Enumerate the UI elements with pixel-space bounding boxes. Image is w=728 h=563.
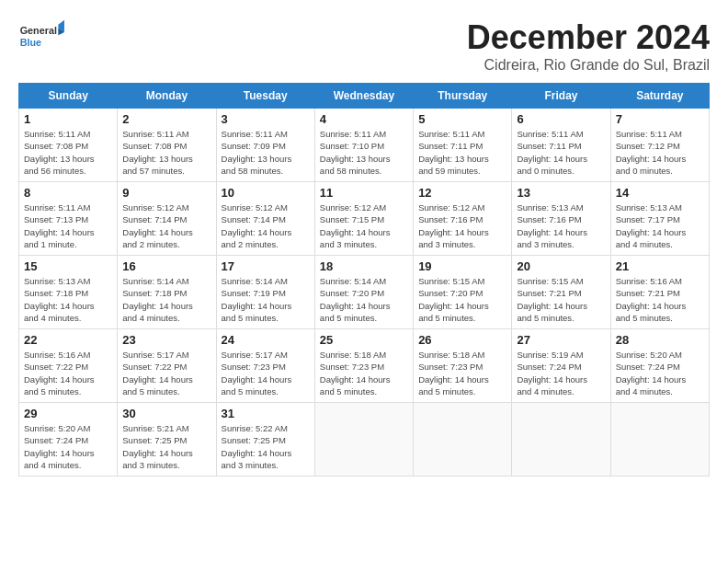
table-row: 18Sunrise: 5:14 AMSunset: 7:20 PMDayligh…	[314, 256, 413, 329]
day-header-wednesday: Wednesday	[314, 84, 413, 109]
day-header-friday: Friday	[512, 84, 610, 109]
title-section: December 2024 Cidreira, Rio Grande do Su…	[467, 18, 710, 74]
day-header-sunday: Sunday	[19, 84, 118, 109]
table-row: 14Sunrise: 5:13 AMSunset: 7:17 PMDayligh…	[610, 182, 709, 256]
table-row: 19Sunrise: 5:15 AMSunset: 7:20 PMDayligh…	[414, 256, 512, 329]
table-row: 25Sunrise: 5:18 AMSunset: 7:23 PMDayligh…	[314, 329, 413, 403]
table-row: 9Sunrise: 5:12 AMSunset: 7:14 PMDaylight…	[118, 182, 216, 256]
calendar-week-1: 8Sunrise: 5:11 AMSunset: 7:13 PMDaylight…	[19, 182, 710, 256]
calendar-week-3: 22Sunrise: 5:16 AMSunset: 7:22 PMDayligh…	[19, 329, 710, 403]
table-row: 5Sunrise: 5:11 AMSunset: 7:11 PMDaylight…	[414, 109, 512, 182]
calendar-week-4: 29Sunrise: 5:20 AMSunset: 7:24 PMDayligh…	[19, 403, 710, 477]
table-row	[414, 403, 512, 477]
table-row: 23Sunrise: 5:17 AMSunset: 7:22 PMDayligh…	[118, 329, 216, 403]
table-row: 30Sunrise: 5:21 AMSunset: 7:25 PMDayligh…	[118, 403, 216, 477]
calendar-table: SundayMondayTuesdayWednesdayThursdayFrid…	[18, 83, 710, 477]
page-header: General Blue December 2024 Cidreira, Rio…	[18, 18, 710, 74]
table-row: 1Sunrise: 5:11 AMSunset: 7:08 PMDaylight…	[19, 109, 118, 182]
calendar-week-2: 15Sunrise: 5:13 AMSunset: 7:18 PMDayligh…	[19, 256, 710, 329]
table-row: 3Sunrise: 5:11 AMSunset: 7:09 PMDaylight…	[216, 109, 314, 182]
day-header-saturday: Saturday	[610, 84, 709, 109]
header-row: SundayMondayTuesdayWednesdayThursdayFrid…	[19, 84, 710, 109]
day-header-thursday: Thursday	[414, 84, 512, 109]
table-row: 31Sunrise: 5:22 AMSunset: 7:25 PMDayligh…	[216, 403, 314, 477]
svg-text:General: General	[20, 25, 57, 36]
table-row: 11Sunrise: 5:12 AMSunset: 7:15 PMDayligh…	[314, 182, 413, 256]
table-row	[610, 403, 709, 477]
table-row: 24Sunrise: 5:17 AMSunset: 7:23 PMDayligh…	[216, 329, 314, 403]
day-header-monday: Monday	[118, 84, 216, 109]
table-row: 7Sunrise: 5:11 AMSunset: 7:12 PMDaylight…	[610, 109, 709, 182]
table-row	[314, 403, 413, 477]
table-row: 17Sunrise: 5:14 AMSunset: 7:19 PMDayligh…	[216, 256, 314, 329]
table-row: 22Sunrise: 5:16 AMSunset: 7:22 PMDayligh…	[19, 329, 118, 403]
table-row: 13Sunrise: 5:13 AMSunset: 7:16 PMDayligh…	[512, 182, 610, 256]
table-row: 26Sunrise: 5:18 AMSunset: 7:23 PMDayligh…	[414, 329, 512, 403]
table-row: 28Sunrise: 5:20 AMSunset: 7:24 PMDayligh…	[610, 329, 709, 403]
table-row: 15Sunrise: 5:13 AMSunset: 7:18 PMDayligh…	[19, 256, 118, 329]
table-row: 29Sunrise: 5:20 AMSunset: 7:24 PMDayligh…	[19, 403, 118, 477]
day-header-tuesday: Tuesday	[216, 84, 314, 109]
calendar-week-0: 1Sunrise: 5:11 AMSunset: 7:08 PMDaylight…	[19, 109, 710, 182]
table-row: 6Sunrise: 5:11 AMSunset: 7:11 PMDaylight…	[512, 109, 610, 182]
svg-text:Blue: Blue	[20, 37, 41, 48]
table-row: 8Sunrise: 5:11 AMSunset: 7:13 PMDaylight…	[19, 182, 118, 256]
table-row: 10Sunrise: 5:12 AMSunset: 7:14 PMDayligh…	[216, 182, 314, 256]
table-row: 16Sunrise: 5:14 AMSunset: 7:18 PMDayligh…	[118, 256, 216, 329]
table-row: 4Sunrise: 5:11 AMSunset: 7:10 PMDaylight…	[314, 109, 413, 182]
location: Cidreira, Rio Grande do Sul, Brazil	[467, 57, 710, 74]
month-title: December 2024	[467, 18, 710, 57]
logo: General Blue	[18, 18, 68, 55]
table-row: 20Sunrise: 5:15 AMSunset: 7:21 PMDayligh…	[512, 256, 610, 329]
table-row	[512, 403, 610, 477]
table-row: 21Sunrise: 5:16 AMSunset: 7:21 PMDayligh…	[610, 256, 709, 329]
table-row: 2Sunrise: 5:11 AMSunset: 7:08 PMDaylight…	[118, 109, 216, 182]
table-row: 27Sunrise: 5:19 AMSunset: 7:24 PMDayligh…	[512, 329, 610, 403]
table-row: 12Sunrise: 5:12 AMSunset: 7:16 PMDayligh…	[414, 182, 512, 256]
